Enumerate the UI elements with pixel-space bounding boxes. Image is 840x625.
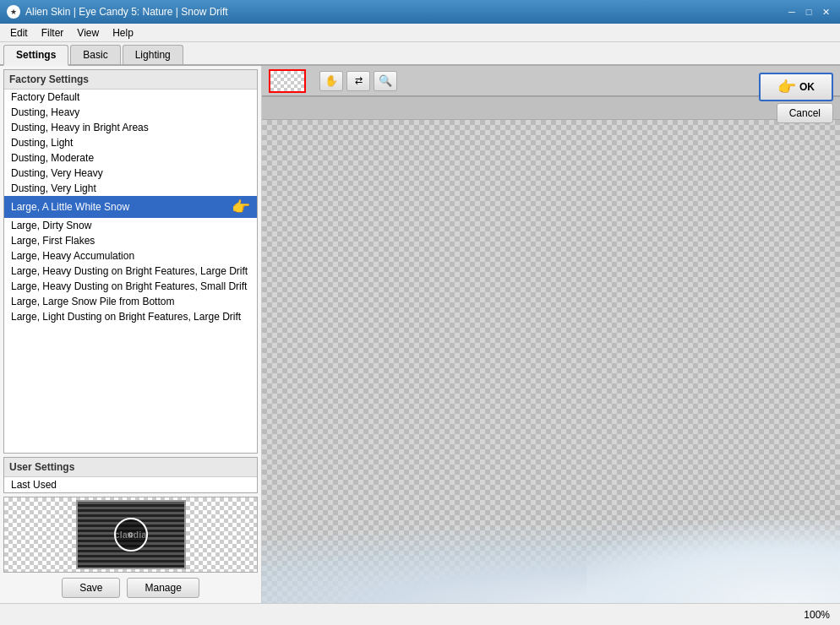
window-controls: ─ □ ✕ (784, 5, 833, 19)
list-item[interactable]: Large, Heavy Dusting on Bright Features,… (4, 279, 257, 294)
close-button[interactable]: ✕ (818, 5, 833, 19)
before-after-icon: ⇄ (355, 75, 363, 86)
manage-button[interactable]: Manage (127, 578, 199, 598)
snow-scene (262, 434, 840, 603)
list-item[interactable]: Large, Dirty Snow (4, 218, 257, 233)
before-after-button[interactable]: ⇄ (346, 71, 370, 91)
pan-tool-button[interactable]: ✋ (319, 71, 343, 91)
zoom-level: 100% (804, 609, 830, 621)
tab-basic[interactable]: Basic (70, 45, 120, 64)
settings-list-scroll[interactable]: Factory Default Dusting, Heavy Dusting, … (4, 90, 257, 453)
pan-icon: ✋ (325, 74, 338, 87)
cancel-button[interactable]: Cancel (777, 103, 833, 123)
list-item[interactable]: Dusting, Heavy in Bright Areas (4, 120, 257, 135)
menu-view[interactable]: View (70, 25, 106, 41)
user-settings-section: User Settings Last Used (3, 457, 258, 493)
menu-bar: Edit Filter View Help (0, 24, 840, 42)
status-bar: 100% (0, 603, 840, 625)
zoom-button[interactable]: 🔍 (374, 71, 397, 91)
list-item[interactable]: Large, Heavy Dusting on Bright Features,… (4, 264, 257, 279)
list-item[interactable]: Large, Large Snow Pile from Bottom (4, 294, 257, 309)
app-icon: ★ (7, 5, 20, 19)
maximize-button[interactable]: □ (801, 5, 816, 19)
save-button[interactable]: Save (62, 578, 120, 598)
menu-edit[interactable]: Edit (3, 25, 35, 41)
title-bar: ★ Alien Skin | Eye Candy 5: Nature | Sno… (0, 0, 840, 24)
zoom-icon: 🔍 (379, 74, 392, 87)
settings-group-label: Factory Settings (4, 70, 257, 90)
main-content: Factory Settings Factory Default Dusting… (0, 66, 840, 603)
right-panel: 👉 OK Cancel ✋ ⇄ 🔍 (262, 66, 840, 603)
minimize-button[interactable]: ─ (784, 5, 799, 19)
preview-toolbar: ✋ ⇄ 🔍 (262, 66, 840, 96)
tab-lighting[interactable]: Lighting (123, 45, 183, 64)
logo-circle: © (114, 518, 148, 552)
list-item[interactable]: Dusting, Very Heavy (4, 166, 257, 181)
menu-filter[interactable]: Filter (35, 25, 71, 41)
list-item[interactable]: Dusting, Heavy (4, 105, 257, 120)
preview-thumbnail: claudia © (3, 497, 258, 573)
ok-button[interactable]: 👉 OK (759, 73, 833, 101)
menu-help[interactable]: Help (106, 25, 140, 41)
list-item-selected[interactable]: Large, A Little White Snow 👉 (4, 196, 257, 218)
pointer-icon: 👉 (232, 198, 250, 216)
list-item[interactable]: Dusting, Light (4, 135, 257, 150)
preview-thumb-box (269, 69, 306, 93)
snow-drift2 (586, 493, 840, 603)
settings-list-container: Factory Settings Factory Default Dusting… (3, 69, 258, 454)
list-item[interactable]: Dusting, Very Light (4, 181, 257, 196)
left-panel: Factory Settings Factory Default Dusting… (0, 66, 262, 603)
list-item[interactable]: Large, First Flakes (4, 233, 257, 248)
window-title: Alien Skin | Eye Candy 5: Nature | Snow … (25, 6, 784, 18)
list-item[interactable]: Large, Light Dusting on Bright Features,… (4, 309, 257, 324)
list-item[interactable]: Dusting, Moderate (4, 150, 257, 166)
preview-area[interactable] (262, 120, 840, 603)
list-item[interactable]: Factory Default (4, 90, 257, 105)
ok-icon: 👉 (777, 78, 796, 96)
tab-settings[interactable]: Settings (3, 45, 68, 66)
bottom-buttons: Save Manage (0, 573, 261, 603)
gray-bar (262, 96, 840, 120)
last-used-item[interactable]: Last Used (4, 477, 257, 492)
thumb-image: claudia © (76, 500, 186, 569)
user-settings-label: User Settings (4, 458, 257, 477)
tab-bar: Settings Basic Lighting (0, 42, 840, 66)
list-item[interactable]: Large, Heavy Accumulation (4, 248, 257, 264)
